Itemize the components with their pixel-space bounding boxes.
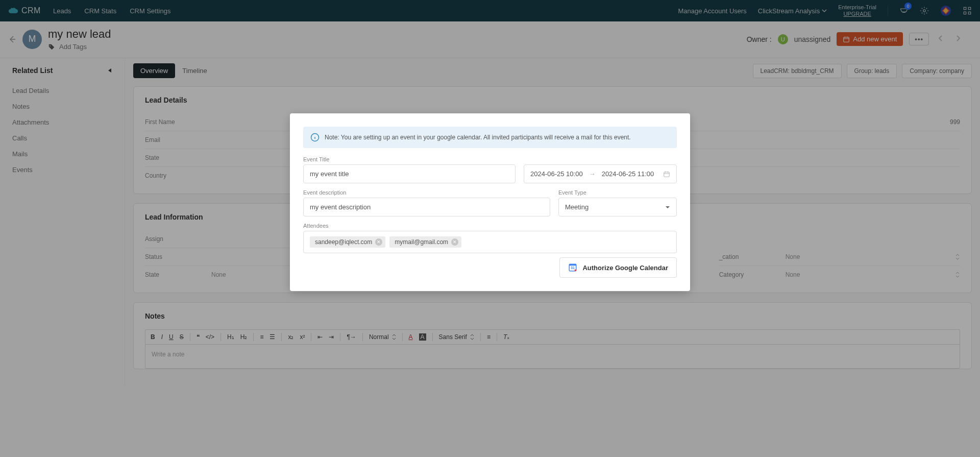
- info-alert: Note: You are setting up an event in you…: [303, 127, 677, 148]
- event-title-label: Event Title: [303, 156, 516, 162]
- date-range-picker[interactable]: 2024-06-25 10:00 → 2024-06-25 11:00: [524, 164, 677, 183]
- info-icon: [310, 133, 320, 142]
- event-title-field: Event Title: [303, 156, 516, 183]
- event-desc-input[interactable]: [303, 198, 550, 217]
- event-type-field: Event Type Meeting: [558, 189, 677, 217]
- event-modal: Note: You are setting up an event in you…: [290, 113, 690, 291]
- calendar-icon: [663, 171, 670, 178]
- event-type-select[interactable]: Meeting: [558, 198, 677, 217]
- form-row-title: Event Title 2024-06-25 10:00 → 2024-06-2…: [303, 156, 677, 183]
- chip-label: mymail@gmail.com: [395, 238, 448, 246]
- chip-label: sandeep@iqlect.com: [315, 238, 372, 246]
- event-desc-field: Event description: [303, 189, 550, 217]
- authorize-label: Authorize Google Calendar: [582, 264, 668, 272]
- arrow-right-icon: →: [589, 170, 596, 178]
- svg-rect-13: [570, 264, 577, 266]
- attendee-chip: sandeep@iqlect.com ✕: [310, 236, 385, 248]
- remove-chip-icon[interactable]: ✕: [451, 238, 458, 246]
- attendees-field: Attendees sandeep@iqlect.com ✕ mymail@gm…: [303, 223, 677, 253]
- attendees-label: Attendees: [303, 223, 677, 229]
- svg-rect-14: [575, 270, 576, 271]
- event-title-input[interactable]: [303, 164, 516, 183]
- attendees-input[interactable]: sandeep@iqlect.com ✕ mymail@gmail.com ✕: [303, 231, 677, 253]
- start-date: 2024-06-25 10:00: [530, 170, 583, 178]
- modal-overlay[interactable]: Note: You are setting up an event in you…: [0, 0, 980, 387]
- google-calendar-icon: 31: [568, 263, 577, 272]
- form-row-desc: Event description Event Type Meeting: [303, 189, 677, 217]
- event-type-label: Event Type: [558, 189, 677, 196]
- svg-rect-11: [664, 172, 670, 176]
- event-type-value: Meeting: [565, 203, 589, 211]
- remove-chip-icon[interactable]: ✕: [375, 238, 382, 246]
- end-date: 2024-06-25 11:00: [602, 170, 654, 178]
- authorize-google-button[interactable]: 31 Authorize Google Calendar: [559, 257, 677, 278]
- event-desc-label: Event description: [303, 189, 550, 196]
- modal-footer: 31 Authorize Google Calendar: [303, 253, 677, 278]
- alert-text: Note: You are setting up an event in you…: [325, 134, 631, 141]
- svg-text:31: 31: [571, 266, 575, 270]
- attendee-chip: mymail@gmail.com ✕: [389, 236, 461, 248]
- caret-down-icon: [665, 206, 670, 209]
- event-date-field: 2024-06-25 10:00 → 2024-06-25 11:00: [524, 164, 677, 183]
